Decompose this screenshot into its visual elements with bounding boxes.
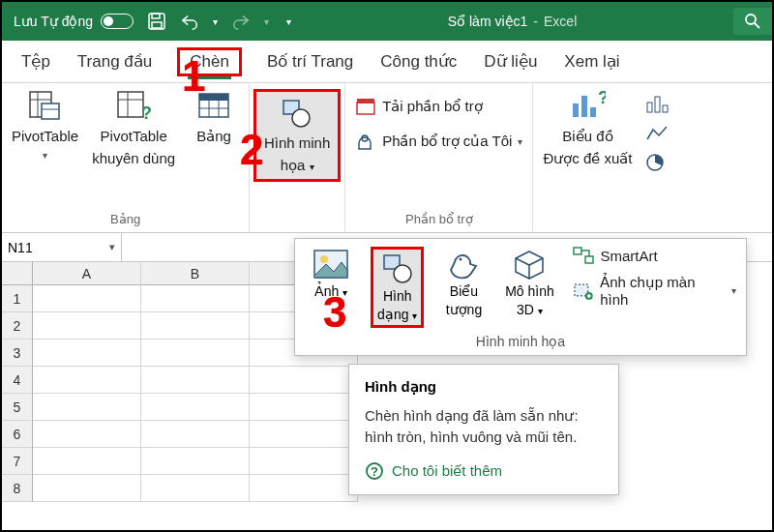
cell[interactable] xyxy=(141,394,250,421)
undo-icon[interactable] xyxy=(180,12,199,31)
svg-rect-1 xyxy=(152,14,160,18)
cell[interactable] xyxy=(250,475,358,502)
chevron-down-icon: ▾ xyxy=(342,287,347,298)
addins-store-icon xyxy=(355,97,376,116)
recommended-pivottable-button[interactable]: ? PivotTable khuyên dùng xyxy=(92,89,175,168)
undo-dropdown-icon[interactable]: ▾ xyxy=(213,16,218,27)
smartart-button[interactable]: SmartArt xyxy=(573,247,736,264)
row-header[interactable]: 2 xyxy=(2,312,33,340)
cell[interactable] xyxy=(250,367,358,394)
svg-rect-29 xyxy=(655,97,660,112)
svg-rect-28 xyxy=(647,103,652,112)
column-header[interactable]: A xyxy=(33,262,141,285)
group-label-tables: Bảng xyxy=(110,210,140,230)
picture-icon xyxy=(311,247,351,281)
shapes-button[interactable]: Hình dạng ▾ xyxy=(371,247,424,328)
chevron-down-icon: ▾ xyxy=(43,150,47,163)
row-header[interactable]: 6 xyxy=(2,421,33,448)
cell[interactable] xyxy=(141,475,250,502)
ribbon-group-illustrations: Hình minh họa ▾ xyxy=(250,83,345,232)
chevron-down-icon[interactable]: ▾ xyxy=(109,241,115,253)
chevron-down-icon: ▾ xyxy=(412,310,417,321)
ribbon-group-addins: Tải phần bổ trợ Phần bổ trợ của Tôi ▾ Ph… xyxy=(345,83,533,232)
illustrations-dropdown[interactable]: Hình minh họa ▾ xyxy=(253,89,341,182)
row-header[interactable]: 3 xyxy=(2,340,33,367)
row-header[interactable]: 1 xyxy=(2,285,33,312)
cell[interactable] xyxy=(33,285,141,312)
save-icon[interactable] xyxy=(147,12,166,31)
shapes-tooltip: Hình dạng Chèn hình dạng đã làm sẵn như:… xyxy=(348,364,619,495)
svg-point-35 xyxy=(394,265,411,282)
tab-home[interactable]: Trang đầu xyxy=(75,45,154,77)
cell[interactable] xyxy=(141,448,250,475)
tab-insert[interactable]: Chèn xyxy=(188,46,231,79)
column-header[interactable]: B xyxy=(141,262,250,285)
cell[interactable] xyxy=(33,421,141,448)
line-chart-icon[interactable] xyxy=(645,124,670,143)
search-button[interactable] xyxy=(733,8,772,35)
name-box[interactable]: N11 ▾ xyxy=(2,233,122,261)
cell[interactable] xyxy=(33,312,141,340)
cell[interactable] xyxy=(33,394,141,421)
svg-text:?: ? xyxy=(141,103,151,123)
autosave-toggle[interactable]: Lưu Tự động xyxy=(14,14,134,29)
cell[interactable] xyxy=(33,340,141,367)
autosave-label: Lưu Tự động xyxy=(14,14,93,29)
tab-file[interactable]: Tệp xyxy=(19,45,52,77)
highlight-box-1: Chèn xyxy=(177,47,242,76)
get-addins-button[interactable]: Tải phần bổ trợ xyxy=(355,97,483,116)
ribbon-group-tables: PivotTable ▾ ? PivotTable khuyên dùng Bả… xyxy=(2,83,250,232)
tab-data[interactable]: Dữ liệu xyxy=(482,45,539,77)
cell[interactable] xyxy=(141,421,250,448)
row-header[interactable]: 4 xyxy=(2,367,33,394)
pivottable-button[interactable]: PivotTable ▾ xyxy=(12,89,78,162)
svg-text:?: ? xyxy=(371,464,378,479)
cell[interactable] xyxy=(33,475,141,502)
chevron-down-icon: ▾ xyxy=(310,162,314,172)
cell[interactable] xyxy=(141,312,250,340)
svg-point-36 xyxy=(460,258,462,261)
cell[interactable] xyxy=(250,394,358,421)
svg-rect-21 xyxy=(357,103,374,114)
qat-customize-icon[interactable]: ▾ xyxy=(286,16,291,27)
cell[interactable] xyxy=(141,367,250,394)
cell[interactable] xyxy=(33,367,141,394)
icons-button[interactable]: Biểu tượng xyxy=(437,247,490,318)
smartart-icon xyxy=(573,247,594,264)
svg-rect-15 xyxy=(199,94,228,101)
screenshot-button[interactable]: Ảnh chụp màn hình ▾ xyxy=(573,274,736,308)
redo-dropdown-icon[interactable]: ▾ xyxy=(264,16,269,27)
tab-page-layout[interactable]: Bố trí Trang xyxy=(265,45,355,77)
cell[interactable] xyxy=(141,340,250,367)
window-title: Sổ làm việc1 - Excel xyxy=(448,14,577,29)
row-header[interactable]: 5 xyxy=(2,394,33,421)
svg-rect-40 xyxy=(585,256,593,263)
pie-chart-icon[interactable] xyxy=(645,153,670,172)
my-addins-button[interactable]: Phần bổ trợ của Tôi ▾ xyxy=(355,132,522,151)
help-icon: ? xyxy=(365,461,384,481)
3d-models-button[interactable]: Mô hình 3D ▾ xyxy=(503,247,555,318)
illustrations-gallery: Ảnh ▾ Hình dạng ▾ Biểu tượng Mô hình 3D … xyxy=(294,238,747,356)
addins-icon xyxy=(355,132,376,151)
cell[interactable] xyxy=(33,448,141,475)
toggle-switch-icon[interactable] xyxy=(101,14,134,29)
cell[interactable] xyxy=(250,421,358,448)
ribbon: PivotTable ▾ ? PivotTable khuyên dùng Bả… xyxy=(2,83,772,233)
redo-icon[interactable] xyxy=(231,12,251,31)
tab-formulas[interactable]: Công thức xyxy=(378,45,459,77)
pictures-button[interactable]: Ảnh ▾ xyxy=(305,247,357,300)
row-header[interactable]: 8 xyxy=(2,475,33,502)
tooltip-body: Chèn hình dạng đã làm sẵn như: hình tròn… xyxy=(365,405,603,448)
column-chart-icon[interactable] xyxy=(645,95,670,114)
cell[interactable] xyxy=(141,285,250,312)
table-button[interactable]: Bảng xyxy=(189,89,239,146)
recommended-charts-button[interactable]: ? Biểu đồ Được đề xuất xyxy=(543,89,632,168)
svg-rect-25 xyxy=(581,96,587,117)
svg-rect-39 xyxy=(574,248,581,254)
row-header[interactable]: 7 xyxy=(2,448,33,475)
svg-point-33 xyxy=(320,255,328,263)
tooltip-help-link[interactable]: ? Cho tôi biết thêm xyxy=(365,461,603,481)
cell[interactable] xyxy=(250,448,358,475)
tab-review[interactable]: Xem lại xyxy=(562,45,621,77)
select-all-corner[interactable] xyxy=(2,262,33,285)
